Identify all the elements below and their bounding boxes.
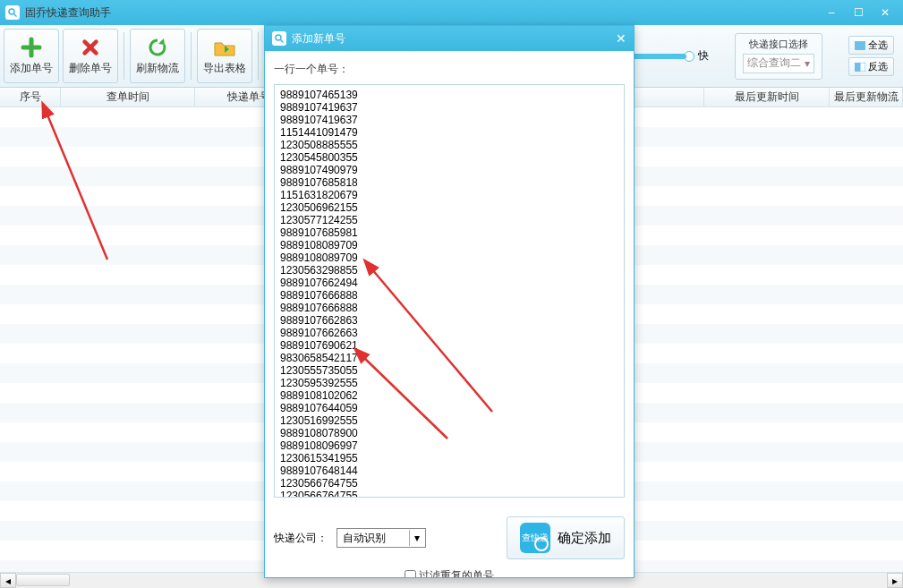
- dialog-title: 添加新单号: [292, 31, 616, 47]
- chevron-down-icon: ▾: [805, 57, 810, 70]
- scroll-left-button[interactable]: ◂: [0, 573, 16, 588]
- invert-icon: [855, 63, 865, 72]
- numbers-textarea[interactable]: [274, 84, 625, 498]
- refresh-button[interactable]: 刷新物流: [130, 29, 185, 83]
- folder-export-icon: [212, 37, 237, 58]
- app-icon: [5, 5, 20, 20]
- app-title: 固乔快递查询助手: [25, 5, 819, 21]
- svg-rect-4: [860, 63, 865, 72]
- filter-dup-input[interactable]: [405, 570, 416, 577]
- company-select[interactable]: 自动识别 ▾: [336, 528, 426, 548]
- select-all-icon: [855, 41, 865, 50]
- svg-point-5: [276, 35, 281, 40]
- col-last-log[interactable]: 最后更新物流: [830, 88, 903, 107]
- prompt-label: 一行一个单号：: [274, 62, 625, 77]
- filter-duplicate-checkbox[interactable]: 过滤重复的单号: [405, 568, 494, 577]
- slider-fast-label: 快: [698, 48, 709, 64]
- add-number-dialog: 添加新单号 ✕ 一行一个单号： 快递公司： 自动识别 ▾ 查快递 确定添加 过滤…: [264, 25, 635, 578]
- chevron-down-icon: ▾: [409, 530, 423, 546]
- search-express-icon: 查快递: [520, 523, 550, 553]
- add-number-button[interactable]: 添加单号: [4, 29, 59, 83]
- scroll-thumb[interactable]: [16, 574, 70, 586]
- dialog-close-icon[interactable]: ✕: [616, 31, 626, 46]
- svg-rect-2: [855, 41, 865, 50]
- api-combo[interactable]: 综合查询二 ▾: [743, 54, 814, 73]
- delete-number-button[interactable]: 删除单号: [63, 29, 118, 83]
- maximize-button[interactable]: ☐: [846, 4, 871, 21]
- invert-selection-button[interactable]: 反选: [848, 57, 894, 76]
- select-all-button[interactable]: 全选: [848, 36, 894, 55]
- close-button[interactable]: ✕: [873, 4, 898, 21]
- refresh-icon: [145, 37, 170, 58]
- confirm-add-button[interactable]: 查快递 确定添加: [507, 516, 625, 559]
- dialog-titlebar: 添加新单号 ✕: [265, 26, 634, 51]
- svg-rect-3: [855, 63, 860, 72]
- export-button[interactable]: 导出表格: [197, 29, 252, 83]
- svg-point-0: [9, 9, 14, 14]
- dialog-icon: [272, 31, 286, 46]
- minimize-button[interactable]: –: [819, 4, 844, 21]
- svg-line-1: [14, 14, 17, 17]
- cross-icon: [78, 37, 103, 58]
- col-last-time[interactable]: 最后更新时间: [704, 88, 830, 107]
- col-seq[interactable]: 序号: [0, 88, 61, 107]
- company-label: 快递公司：: [274, 531, 328, 546]
- col-time[interactable]: 查单时间: [61, 88, 195, 107]
- api-select-group: 快递接口选择 综合查询二 ▾: [735, 33, 822, 80]
- titlebar: 固乔快递查询助手 – ☐ ✕: [0, 0, 903, 25]
- plus-icon: [19, 37, 44, 58]
- scroll-right-button[interactable]: ▸: [887, 573, 903, 588]
- svg-line-6: [281, 40, 284, 43]
